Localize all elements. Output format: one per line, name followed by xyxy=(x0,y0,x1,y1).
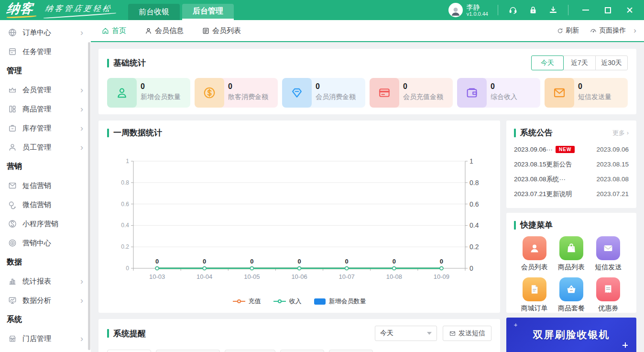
lock-icon[interactable] xyxy=(528,5,538,15)
sidebar-item[interactable]: 门店管理› xyxy=(0,329,91,348)
stat-card[interactable]: 0综合收入 xyxy=(457,78,540,108)
sidebar-item[interactable]: 任务管理 xyxy=(0,42,91,61)
refresh-button[interactable]: 刷新 xyxy=(557,26,579,35)
user-account[interactable]: 李静 v1.0.0.44 xyxy=(448,3,488,17)
diamond-icon xyxy=(282,78,312,108)
header-right: 李静 v1.0.0.44 ✕ xyxy=(448,0,644,20)
minimize-button[interactable] xyxy=(581,5,590,15)
sidebar-item[interactable]: 小程序营销 xyxy=(0,214,91,233)
reminder-tab[interactable]: 库存不足 xyxy=(280,350,324,352)
title-accent-bar xyxy=(107,129,109,137)
legend-item[interactable]: 收入 xyxy=(273,297,302,306)
page-ops-button[interactable]: 页面操作 xyxy=(589,26,626,35)
support-icon[interactable] xyxy=(508,5,518,15)
sidebar-item[interactable]: 员工管理› xyxy=(0,138,91,157)
quick-menu-item[interactable]: 商品列表 xyxy=(558,236,585,272)
tab-会员列表[interactable]: 会员列表 xyxy=(199,20,244,42)
stat-cards-row: 0新增会员数量0散客消费金额0会员消费金额0会员充值金额0综合收入0短信发送量 xyxy=(107,78,628,108)
quick-menu-item[interactable]: 优惠券 xyxy=(596,277,620,313)
chevron-right-icon: › xyxy=(80,105,83,113)
legend-label: 新增会员数量 xyxy=(329,297,366,306)
announcements-title: 系统公告 xyxy=(514,127,553,138)
more-link[interactable]: 更多 › xyxy=(612,129,629,137)
staff-icon xyxy=(8,143,17,152)
close-button[interactable]: ✕ xyxy=(625,5,634,15)
chart-legend: 充值收入新增会员数量 xyxy=(107,297,491,306)
sidebar-item[interactable]: 统计报表› xyxy=(0,272,91,291)
target-icon xyxy=(8,238,17,248)
quick-menu-label: 商品列表 xyxy=(558,263,585,272)
stat-value: 0 xyxy=(316,82,365,91)
stat-card[interactable]: 0会员充值金额 xyxy=(370,78,453,108)
legend-item[interactable]: 新增会员数量 xyxy=(314,297,366,306)
chevron-right-icon: › xyxy=(80,334,83,343)
reminder-tab[interactable]: 保养时间要到了 xyxy=(156,350,220,352)
announcement-row[interactable]: 2023.07.21更新说明2023.07.21 xyxy=(514,187,629,201)
top-nav-cashier[interactable]: 前台收银 xyxy=(128,4,180,20)
legend-label: 充值 xyxy=(249,297,261,306)
svg-text:0: 0 xyxy=(126,265,129,272)
quick-menu-label: 商品套餐 xyxy=(558,304,585,313)
svg-text:10-04: 10-04 xyxy=(196,273,212,280)
download-icon[interactable] xyxy=(548,5,558,15)
reminder-controls: 今天 发送短信 xyxy=(375,326,491,341)
sidebar-item[interactable]: 微信营销 xyxy=(0,195,91,214)
quick-menu-item[interactable]: 商城订单 xyxy=(521,277,548,313)
qdoc-icon xyxy=(523,277,546,301)
sidebar-item[interactable]: 短信营销 xyxy=(0,176,91,195)
stat-card[interactable]: 0会员消费金额 xyxy=(282,78,365,108)
quick-menu-label: 商城订单 xyxy=(521,304,548,313)
legend-line-marker xyxy=(233,301,245,302)
sidebar-item-label: 门店管理 xyxy=(22,334,51,343)
weekly-chart-section: 一周数据统计 000.20.20.40.40.60.60.80.81110-03… xyxy=(98,121,500,313)
range-button[interactable]: 今天 xyxy=(531,55,564,70)
range-button[interactable]: 近7天 xyxy=(563,55,596,70)
reminder-tab[interactable]: 快售完了 xyxy=(329,350,373,352)
range-button[interactable]: 近30天 xyxy=(595,55,628,70)
svg-text:10-07: 10-07 xyxy=(339,273,355,280)
quick-menu-item[interactable]: 短信发送 xyxy=(595,236,622,272)
top-nav-backoffice[interactable]: 后台管理 xyxy=(182,4,234,20)
quick-menu-item[interactable]: 会员列表 xyxy=(521,236,548,272)
tab-会员信息[interactable]: 会员信息 xyxy=(142,20,186,42)
basic-stats-section: 基础统计 今天近7天近30天 0新增会员数量0散客消费金额0会员消费金额0会员充… xyxy=(98,49,636,114)
announcement-row[interactable]: 2023.08.08系统···2023.08.08 xyxy=(514,172,629,187)
analysis-icon xyxy=(8,296,17,305)
app-slogan: 纳客管店更轻松 xyxy=(39,0,122,20)
weekly-chart-title: 一周数据统计 xyxy=(107,127,491,138)
sidebar-item[interactable]: 库存管理› xyxy=(0,119,91,138)
announcement-row[interactable]: 2023.08.15更新公告2023.08.15 xyxy=(514,157,629,172)
quick-menu-item[interactable]: 商品套餐 xyxy=(558,277,585,313)
sidebar-item[interactable]: 商品管理› xyxy=(0,99,91,119)
announcement-row[interactable]: 2023.09.06···NEW2023.09.06 xyxy=(514,142,629,157)
send-sms-button[interactable]: 发送短信 xyxy=(443,326,491,341)
avatar xyxy=(448,3,463,17)
stat-label: 综合收入 xyxy=(491,93,540,101)
chevron-right-icon[interactable]: › xyxy=(633,26,636,35)
svg-text:0.4: 0.4 xyxy=(121,222,129,229)
sidebar-scrollbar[interactable] xyxy=(88,42,90,350)
reminder-tab[interactable]: 会员没钱了 xyxy=(225,350,275,352)
tab-首页[interactable]: 首页 xyxy=(98,20,129,42)
sidebar-item[interactable]: 订单中心› xyxy=(0,23,91,42)
report-icon xyxy=(8,276,17,286)
reminder-tab[interactable]: 生日提醒 xyxy=(107,350,151,352)
sidebar-section-label: 系统 xyxy=(0,310,91,329)
sidebar-item-label: 营销中心 xyxy=(22,239,51,248)
legend-item[interactable]: 充值 xyxy=(233,297,261,306)
sidebar-item[interactable]: 营销中心 xyxy=(0,233,91,253)
gauge-icon xyxy=(589,27,597,34)
promo-banner[interactable]: 双屏刷脸收银机 xyxy=(506,318,636,352)
sidebar-item[interactable]: 数据分析› xyxy=(0,291,91,310)
stat-card[interactable]: 0短信发送量 xyxy=(545,78,628,108)
sidebar-item-label: 短信营销 xyxy=(22,181,51,190)
stat-card[interactable]: 0新增会员数量 xyxy=(107,78,190,108)
slogan-text: 纳客管店更轻松 xyxy=(44,4,118,14)
stat-card[interactable]: 0散客消费金额 xyxy=(195,78,278,108)
header-divider xyxy=(568,5,568,15)
sidebar-item[interactable]: 会员管理› xyxy=(0,80,91,99)
weekly-line-chart: 000.20.20.40.40.60.60.80.81110-0310-0410… xyxy=(110,149,488,292)
reminder-range-select[interactable]: 今天 xyxy=(375,326,437,341)
maximize-button[interactable] xyxy=(603,5,612,15)
tab-bar-actions: 刷新 页面操作 › xyxy=(557,20,636,41)
